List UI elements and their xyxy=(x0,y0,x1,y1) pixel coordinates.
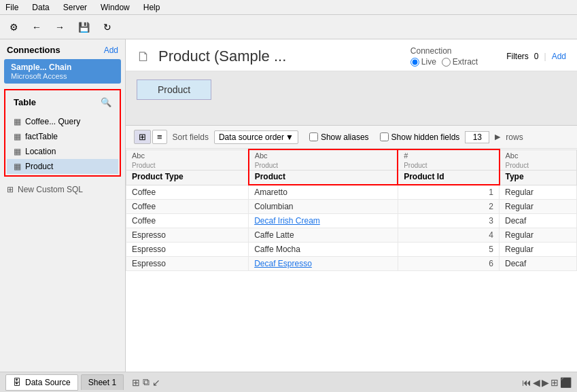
show-hidden-fields-input[interactable] xyxy=(380,132,389,141)
data-source-label: Data Source xyxy=(25,378,71,387)
custom-sql-label: New Custom SQL xyxy=(18,185,83,194)
col-header-type: Abc Product Type xyxy=(500,149,577,185)
delete-sheet-button[interactable]: ↙ xyxy=(152,376,160,388)
nav-prev-button[interactable]: ◀ xyxy=(533,377,540,388)
table-section: Table 🔍 xyxy=(7,92,118,114)
table-grid-icon: ▦ xyxy=(14,147,21,156)
custom-sql-icon: ⊞ xyxy=(7,185,14,194)
show-aliases-label: Show aliases xyxy=(321,132,369,142)
menu-server[interactable]: Server xyxy=(60,1,90,14)
table-grid-icon: ▦ xyxy=(14,162,21,171)
menu-help[interactable]: Help xyxy=(141,1,163,14)
table-item-product[interactable]: ▦ Product xyxy=(7,159,118,174)
table-header: Table 🔍 xyxy=(14,97,111,107)
sort-value: Data source order xyxy=(219,132,284,142)
home-button[interactable]: ⚙ xyxy=(5,19,22,35)
table-cell: Coffee xyxy=(126,214,249,228)
menu-window[interactable]: Window xyxy=(98,1,133,14)
add-connection-link[interactable]: Add xyxy=(104,46,118,55)
show-aliases-input[interactable] xyxy=(309,132,318,141)
col-header-product-type: Abc Product Product Type xyxy=(126,149,249,185)
refresh-button[interactable]: ↻ xyxy=(99,19,116,35)
new-custom-sql-button[interactable]: ⊞ New Custom SQL xyxy=(0,181,125,198)
nav-first-button[interactable]: ⏮ xyxy=(522,377,531,388)
rows-increment-button[interactable]: ▶ xyxy=(495,132,500,141)
table-cell: 5 xyxy=(398,243,499,257)
dropdown-arrow-icon: ▼ xyxy=(285,132,294,142)
connection-info: Connection Live Extract xyxy=(410,46,478,67)
table-cell: Caffe Latte xyxy=(249,228,398,243)
col-name-type: Type xyxy=(500,170,577,184)
table-cell: Coffee xyxy=(126,200,249,214)
back-button[interactable]: ← xyxy=(28,19,46,35)
add-filter-link[interactable]: Add xyxy=(552,52,566,61)
save-button[interactable]: 💾 xyxy=(74,19,94,35)
table-section-highlight: Table 🔍 ▦ Coffee... Query ▦ factTable ▦ … xyxy=(4,89,121,177)
view-toggle: ⊞ ≡ xyxy=(134,130,167,144)
table-item-coffee[interactable]: ▦ Coffee... Query xyxy=(7,114,118,129)
table-cell: Amaretto xyxy=(249,185,398,200)
connection-item[interactable]: Sample... Chain Microsoft Access xyxy=(4,59,121,84)
live-radio[interactable] xyxy=(410,58,419,67)
main-area: Connections Add Sample... Chain Microsof… xyxy=(0,39,577,372)
col-header-product: Abc Product Product xyxy=(249,149,398,185)
extract-radio[interactable] xyxy=(442,58,451,67)
add-sheet-button[interactable]: ⊞ xyxy=(132,376,140,388)
bottom-bar: 🗄 Data Source Sheet 1 ⊞ ⧉ ↙ ⏮ ◀ ▶ ⊞ ⬛ xyxy=(0,372,577,392)
menu-file[interactable]: File xyxy=(3,1,21,14)
show-hidden-fields-label: Show hidden fields xyxy=(391,132,460,142)
table-cell: Espresso xyxy=(126,228,249,243)
abc-icon: Abc xyxy=(506,152,519,160)
dropped-table-product[interactable]: Product xyxy=(137,79,211,100)
abc-icon: Abc xyxy=(255,152,268,160)
list-view-button[interactable]: ≡ xyxy=(152,130,167,144)
hash-icon: # xyxy=(404,152,408,160)
nav-arrows: ⏮ ◀ ▶ ⊞ ⬛ xyxy=(522,377,572,388)
col-name-product-type: Product Type xyxy=(126,170,248,184)
menu-data[interactable]: Data xyxy=(29,1,52,14)
show-aliases-checkbox[interactable]: Show aliases xyxy=(309,132,369,142)
table-cell: Decaf xyxy=(500,214,577,228)
rows-input[interactable]: 13 xyxy=(465,131,489,143)
connection-type: Microsoft Access xyxy=(11,72,114,80)
table-row: EspressoCaffe Latte4Regular xyxy=(126,228,577,243)
table-item-facttable[interactable]: ▦ factTable xyxy=(7,129,118,144)
table-grid-icon: ▦ xyxy=(14,117,21,126)
data-source-tab[interactable]: 🗄 Data Source xyxy=(5,374,78,391)
table-item-label: factTable xyxy=(25,132,58,141)
content-header: 🗋 Product (Sample ... Connection Live Ex… xyxy=(126,39,577,71)
nav-next-button[interactable]: ▶ xyxy=(542,377,549,388)
sort-dropdown[interactable]: Data source order ▼ xyxy=(214,130,298,144)
col-name-product: Product xyxy=(249,170,398,184)
connections-header: Connections Add xyxy=(0,39,125,58)
table-item-label: Coffee... Query xyxy=(25,117,80,126)
filters-sep: | xyxy=(544,52,546,61)
data-table-container: Abc Product Product Type Abc Product Pro… xyxy=(126,149,577,372)
data-table: Abc Product Product Type Abc Product Pro… xyxy=(126,149,577,271)
extract-radio-label[interactable]: Extract xyxy=(442,57,478,67)
col-header-product-id: # Product Product Id xyxy=(398,149,499,185)
fullscreen-button[interactable]: ⬛ xyxy=(560,377,572,388)
live-radio-label[interactable]: Live xyxy=(410,57,436,67)
grid-view-button[interactable]: ⊞ xyxy=(134,130,151,144)
grid-view-bottom-button[interactable]: ⊞ xyxy=(550,377,559,388)
duplicate-sheet-button[interactable]: ⧉ xyxy=(143,376,150,388)
col-name-product-id: Product Id xyxy=(398,170,498,184)
content-area: 🗋 Product (Sample ... Connection Live Ex… xyxy=(126,39,577,372)
table-cell: 3 xyxy=(398,214,499,228)
table-title: Table xyxy=(14,97,36,107)
col-source-type: Product xyxy=(500,161,577,170)
sheet-icon: 🗋 xyxy=(137,49,150,65)
sheet1-tab[interactable]: Sheet 1 xyxy=(81,374,124,390)
table-item-location[interactable]: ▦ Location xyxy=(7,144,118,159)
table-cell: Espresso xyxy=(126,243,249,257)
table-cell: Caffe Mocha xyxy=(249,243,398,257)
forward-button[interactable]: → xyxy=(51,19,69,35)
table-cell: Decaf Espresso xyxy=(249,257,398,271)
table-item-label: Product xyxy=(25,162,53,171)
col-source-product-type: Product xyxy=(126,161,248,170)
filters-count: 0 xyxy=(534,52,539,61)
table-search-button[interactable]: 🔍 xyxy=(101,97,111,107)
show-hidden-fields-checkbox[interactable]: Show hidden fields xyxy=(380,132,460,142)
table-cell: Decaf xyxy=(500,257,577,271)
